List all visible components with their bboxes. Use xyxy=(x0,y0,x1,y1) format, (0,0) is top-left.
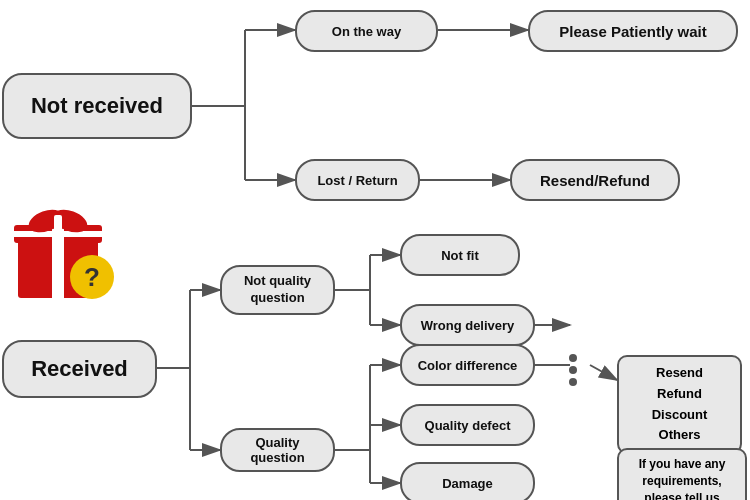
gift-icon: ? xyxy=(10,195,120,305)
quality-question-node: Quality question xyxy=(220,428,335,472)
received-node: Received xyxy=(2,340,157,398)
not-fit-node: Not fit xyxy=(400,234,520,276)
svg-point-25 xyxy=(569,378,577,386)
please-wait-node: Please Patiently wait xyxy=(528,10,738,52)
outcome-right-node: Resend Refund Discount Others xyxy=(617,355,742,454)
svg-line-22 xyxy=(590,365,617,380)
not-received-node: Not received xyxy=(2,73,192,139)
lost-return-node: Lost / Return xyxy=(295,159,420,201)
svg-text:?: ? xyxy=(84,262,100,292)
on-the-way-node: On the way xyxy=(295,10,438,52)
wrong-delivery-node: Wrong delivery xyxy=(400,304,535,346)
svg-point-23 xyxy=(569,354,577,362)
svg-rect-33 xyxy=(54,215,62,235)
resend-refund-top-node: Resend/Refund xyxy=(510,159,680,201)
color-difference-node: Color difference xyxy=(400,344,535,386)
quality-defect-node: Quality defect xyxy=(400,404,535,446)
svg-point-24 xyxy=(569,366,577,374)
outcome-bottom-node: If you have any requirements, please tel… xyxy=(617,448,747,500)
not-quality-node: Not quality question xyxy=(220,265,335,315)
damage-node: Damage xyxy=(400,462,535,500)
